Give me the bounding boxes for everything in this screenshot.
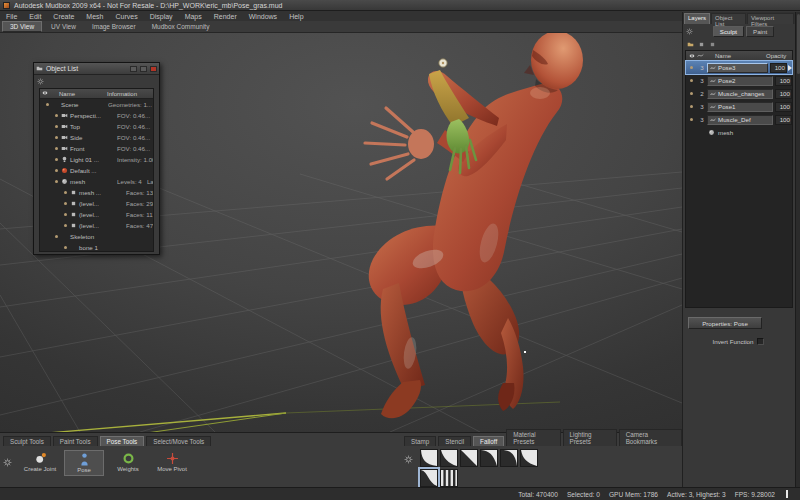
falloff-preset[interactable]	[420, 469, 438, 487]
layer-name-box[interactable]: Muscle_changes	[707, 89, 773, 99]
object-list-row[interactable]: Scene Geometries: 1...	[40, 99, 153, 110]
object-list-row[interactable]: Top FOV: 0.46...	[40, 121, 153, 132]
menu-item[interactable]: Create	[47, 13, 80, 20]
sculpt-layer-row[interactable]: 3 Pose3 100	[686, 61, 792, 74]
view-tab[interactable]: 3D View	[2, 21, 42, 32]
base-mesh-row[interactable]: mesh	[686, 126, 792, 139]
new-layer-icon[interactable]	[687, 41, 694, 48]
visibility-dot[interactable]	[55, 158, 58, 161]
menu-item[interactable]: File	[0, 13, 23, 20]
menu-item[interactable]: Help	[283, 13, 309, 20]
falloff-preset[interactable]	[440, 449, 458, 467]
falloff-preset[interactable]	[500, 449, 518, 467]
visibility-dot[interactable]	[55, 114, 58, 117]
minimize-button[interactable]	[130, 66, 137, 72]
delete-layer-icon[interactable]	[709, 41, 716, 48]
dock-tab[interactable]: Object List	[711, 13, 746, 24]
tools-gear-icon[interactable]	[3, 458, 12, 467]
visibility-dot[interactable]	[64, 213, 67, 216]
menu-item[interactable]: Mesh	[80, 13, 109, 20]
visibility-dot[interactable]	[64, 224, 67, 227]
falloff-gear-icon[interactable]	[404, 455, 413, 464]
layer-name-box[interactable]: Pose1	[707, 102, 773, 112]
layer-visibility-dot[interactable]	[690, 105, 693, 108]
object-list-row[interactable]: (level... Faces: 470400...	[40, 220, 153, 231]
sculpt-layer-row[interactable]: 3 Muscle_Def 100	[686, 113, 792, 126]
layer-name-box[interactable]: Pose3	[707, 63, 768, 73]
opacity-slider-arrow[interactable]	[788, 65, 792, 71]
visibility-dot[interactable]	[55, 147, 58, 150]
invert-function-checkbox[interactable]	[757, 338, 764, 345]
object-list-row[interactable]: (level... Faces: 117600...	[40, 209, 153, 220]
visibility-dot[interactable]	[55, 169, 58, 172]
visibility-dot[interactable]	[55, 136, 58, 139]
object-list-row[interactable]: Front FOV: 0.46...	[40, 143, 153, 154]
view-tab[interactable]: Image Browser	[85, 22, 143, 31]
object-list-row[interactable]: Side FOV: 0.46...	[40, 132, 153, 143]
pose-tool-button[interactable]: Weights	[108, 450, 148, 476]
dock-scrollbar[interactable]	[795, 12, 800, 487]
object-list-titlebar[interactable]: Object List	[34, 63, 159, 75]
menu-item[interactable]: Edit	[23, 13, 47, 20]
layer-name-box[interactable]: Muscle_Def	[707, 115, 773, 125]
visibility-dot[interactable]	[55, 180, 58, 183]
object-list-row[interactable]: Skeleton	[40, 231, 153, 242]
object-list-row[interactable]: Light 01 ... Intensity: 1.00	[40, 154, 153, 165]
visibility-dot[interactable]	[64, 202, 67, 205]
tray-tab[interactable]: Lighting Presets	[563, 429, 617, 446]
joint-marker[interactable]	[439, 59, 447, 67]
view-tab[interactable]: Mudbox Community	[145, 22, 217, 31]
menu-item[interactable]: Display	[144, 13, 179, 20]
dock-tab[interactable]: Layers	[684, 13, 710, 24]
tray-tab[interactable]: Stencil	[438, 436, 471, 446]
pose-tool-button[interactable]: Pose	[64, 450, 104, 476]
layers-gear-icon[interactable]	[686, 28, 693, 35]
layer-opacity[interactable]: 100	[775, 102, 792, 112]
tool-tab[interactable]: Paint Tools	[53, 436, 98, 446]
sculpt-layer-row[interactable]: 3 Pose2 100	[686, 74, 792, 87]
visibility-dot[interactable]	[46, 103, 49, 106]
pose-tool-button[interactable]: Create Joint	[20, 450, 60, 476]
duplicate-layer-icon[interactable]	[698, 41, 705, 48]
menu-item[interactable]: Curves	[109, 13, 143, 20]
layer-name-box[interactable]: Pose2	[707, 76, 773, 86]
object-list-row[interactable]: bone 1	[40, 242, 153, 252]
object-list-row[interactable]: (level... Faces: 29400...	[40, 198, 153, 209]
layer-visibility-dot[interactable]	[690, 79, 693, 82]
object-list-row[interactable]: Perspecti... FOV: 0.46...	[40, 110, 153, 121]
visibility-dot[interactable]	[64, 246, 67, 249]
layer-mode-button[interactable]: Paint	[746, 26, 774, 37]
maximize-button[interactable]	[140, 66, 147, 72]
layer-opacity[interactable]: 100	[775, 76, 792, 86]
pose-tool-button[interactable]: Move Pivot	[152, 450, 192, 476]
falloff-preset[interactable]	[420, 449, 438, 467]
menu-item[interactable]: Windows	[243, 13, 283, 20]
layer-mode-button[interactable]: Sculpt	[713, 26, 744, 37]
visibility-dot[interactable]	[55, 125, 58, 128]
tool-tab[interactable]: Sculpt Tools	[3, 436, 51, 446]
menu-item[interactable]: Maps	[179, 13, 208, 20]
tool-tab[interactable]: Pose Tools	[100, 436, 145, 446]
object-list-row[interactable]: Default ...	[40, 165, 153, 176]
tray-tab[interactable]: Material Presets	[506, 429, 560, 446]
falloff-preset[interactable]	[460, 449, 478, 467]
object-list-row[interactable]: mesh Levels: 4 Layers: 5	[40, 176, 153, 187]
object-list-window[interactable]: Object List Name Information Scene	[33, 62, 160, 255]
tool-tab[interactable]: Select/Move Tools	[146, 436, 211, 446]
close-button[interactable]	[150, 66, 157, 72]
object-list-row[interactable]: mesh ... Faces: 13570...	[40, 187, 153, 198]
scrollbar-thumb[interactable]	[797, 14, 800, 74]
layer-opacity[interactable]: 100	[770, 63, 787, 73]
sculpt-layer-row[interactable]: 3 Pose1 100	[686, 100, 792, 113]
layer-opacity[interactable]: 100	[775, 89, 792, 99]
visibility-dot[interactable]	[64, 191, 67, 194]
properties-pose-header[interactable]: Properties: Pose	[688, 317, 762, 329]
falloff-preset[interactable]	[480, 449, 498, 467]
falloff-preset[interactable]	[520, 449, 538, 467]
sculpted-figure[interactable]	[365, 33, 583, 418]
tray-tab[interactable]: Camera Bookmarks	[619, 429, 682, 446]
visibility-dot[interactable]	[55, 235, 58, 238]
sculpt-layer-row[interactable]: 2 Muscle_changes 100	[686, 87, 792, 100]
layer-opacity[interactable]: 100	[775, 115, 792, 125]
tray-tab[interactable]: Falloff	[473, 436, 504, 446]
